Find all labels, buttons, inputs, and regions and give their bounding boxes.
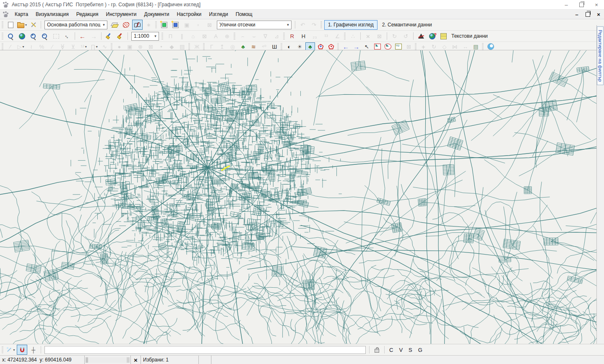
workspace-combo[interactable]: Основна работна площ▾ — [44, 21, 107, 29]
close-button[interactable]: × — [589, 0, 604, 9]
redraw-icon-button[interactable] — [104, 31, 114, 41]
toolbar-grip[interactable] — [188, 43, 190, 50]
open-map-icon-button[interactable]: ▾ — [17, 20, 27, 30]
snap-c-button[interactable]: C — [386, 347, 396, 353]
workspace-tools-icon-button[interactable] — [28, 20, 39, 30]
lock-icon-button[interactable] — [372, 345, 382, 355]
snap-v-button[interactable]: V — [396, 347, 406, 353]
layers-icon-button[interactable] — [109, 20, 120, 30]
rotate-selection-icon-button[interactable]: ↻ — [389, 31, 400, 41]
menu-item-документи[interactable]: Документи — [140, 11, 173, 17]
toolbar-grip[interactable] — [283, 33, 285, 40]
numbered-line-icon-dropdown[interactable]: ▾ — [85, 45, 87, 49]
draw-text-icon-button[interactable]: A — [211, 31, 221, 41]
snap-settings-icon-button[interactable]: ▾ — [5, 345, 16, 355]
globe-help-icon-button[interactable]: ? — [427, 31, 437, 41]
toolbar-grip[interactable] — [2, 21, 3, 29]
world-extent-icon-button[interactable] — [17, 31, 27, 41]
toolbar-grip[interactable] — [2, 43, 3, 50]
menu-item-настройки[interactable]: Настройки — [173, 11, 205, 17]
mdi-restore-button[interactable] — [582, 12, 593, 17]
region-frame-icon-button[interactable]: ▣ — [182, 20, 192, 30]
region-export-icon-button[interactable]: ▫ — [193, 20, 203, 30]
map-canvas[interactable] — [0, 50, 597, 345]
menu-item-карта[interactable]: Карта — [11, 11, 32, 17]
open-map-icon-dropdown[interactable]: ▾ — [25, 23, 27, 27]
draw-rect-icon-button[interactable]: Π — [165, 31, 176, 41]
zoom-window-icon-button[interactable] — [51, 31, 61, 41]
new-raster-region-icon-button[interactable] — [159, 20, 169, 30]
layer-combo[interactable]: Улични отсечки▾ — [217, 21, 292, 29]
toolbar-grip[interactable] — [344, 33, 346, 40]
toolbar-grip[interactable] — [2, 33, 3, 40]
new-vector-region-icon-button[interactable] — [170, 20, 181, 30]
toolbar-grip[interactable] — [234, 33, 235, 40]
cancel-button[interactable]: × — [131, 356, 141, 364]
toolbar-grip[interactable] — [2, 346, 3, 354]
angle-lines-icon-button[interactable]: ∠ — [332, 31, 343, 41]
arc-tangent-icon-button[interactable]: ⌣ — [249, 31, 259, 41]
delete-region-icon-button[interactable]: ⊠ — [374, 31, 385, 41]
menu-item-изгледи[interactable]: Изгледи — [205, 11, 232, 17]
menu-item-редакция[interactable]: Редакция — [73, 11, 102, 17]
direction-icon-dropdown[interactable]: ▾ — [22, 45, 24, 49]
arc-fillet-icon-button[interactable]: ∇ — [260, 31, 271, 41]
toolbar-grip[interactable] — [415, 43, 417, 50]
menu-item-визуализация[interactable]: Визуализация — [32, 11, 73, 17]
draw-point-icon-button[interactable]: ⊕ — [222, 31, 232, 41]
pan-search-icon-button[interactable] — [5, 31, 16, 41]
arc-three-point-icon-button[interactable]: ⌢ — [237, 31, 248, 41]
triangulation-icon-button[interactable] — [416, 31, 426, 41]
redo-icon-button[interactable]: ↷ — [309, 20, 319, 30]
mesh-icon-button[interactable]: ∗ — [143, 20, 154, 30]
tab-graphic-view[interactable]: 1. Графичен изглед — [324, 20, 378, 30]
draw-region-icon-button[interactable]: ⊠ — [199, 31, 210, 41]
toolbar-grip[interactable] — [203, 43, 205, 50]
rotate-text-icon-button[interactable]: ↺ — [401, 31, 411, 41]
toolbar-grip[interactable] — [111, 43, 112, 50]
workspace-combo-arrow-icon[interactable]: ▾ — [101, 23, 107, 27]
reference-line-icon-button[interactable]: R — [287, 31, 297, 41]
delete-icon-button[interactable]: × — [363, 31, 373, 41]
undo-icon-button[interactable]: ↶ — [297, 20, 308, 30]
mdi-close-button[interactable]: × — [593, 11, 604, 18]
zoom-extent-icon-button[interactable]: ↔ — [62, 31, 73, 41]
toolbar-grip[interactable] — [482, 43, 484, 50]
view-back-icon-button[interactable]: ← — [77, 31, 88, 41]
new-document-icon-button[interactable] — [5, 20, 16, 30]
tab-semantic-data[interactable]: 2. Семантични данни — [378, 20, 436, 30]
restore-button[interactable] — [574, 0, 589, 9]
scale-combo-arrow-icon[interactable]: ▾ — [152, 34, 159, 38]
dimension-icon-button[interactable]: ¹³ — [321, 31, 331, 41]
node-path-icon-dropdown[interactable]: ▾ — [96, 45, 98, 49]
toolbar-grip[interactable] — [337, 43, 339, 50]
snap-settings-icon-dropdown[interactable]: ▾ — [13, 348, 15, 352]
toolbar-grip[interactable] — [281, 43, 282, 50]
toolbar-grip[interactable] — [155, 21, 157, 29]
layer-combo-arrow-icon[interactable]: ▾ — [285, 23, 291, 27]
arc-corner-icon-button[interactable]: ⊿ — [271, 31, 282, 41]
numbering-icon-button[interactable]: ₂₃ — [310, 31, 320, 41]
mdi-minimize-button[interactable]: – — [571, 11, 582, 18]
snap-g-button[interactable]: G — [415, 347, 425, 353]
magnet-snap-icon-button[interactable] — [17, 345, 27, 355]
h-polygon-icon-button[interactable]: H — [298, 31, 309, 41]
points-pair-icon-button[interactable]: ∴ — [348, 31, 358, 41]
menu-item-помощ[interactable]: Помощ — [232, 11, 256, 17]
filter-edit-tab[interactable]: Редактиране на филтър — [597, 26, 604, 85]
redraw-all-icon-button[interactable] — [115, 31, 125, 41]
region-delete-icon-button[interactable]: ⊠ — [204, 20, 215, 30]
zoom-in-icon-button[interactable]: + — [28, 31, 39, 41]
toolbar-grip[interactable] — [161, 33, 163, 40]
command-field[interactable] — [44, 346, 366, 354]
draw-parallel-icon-button[interactable]: ∥ — [177, 31, 187, 41]
scale-combo[interactable]: 1:1000▾ — [131, 32, 159, 41]
minimize-button[interactable]: – — [559, 0, 574, 9]
snap-s-button[interactable]: S — [406, 347, 415, 353]
coordinate-entry-icon-button[interactable]: ┼ — [28, 345, 39, 355]
view-forward-icon-button[interactable]: → — [89, 31, 99, 41]
toolbar-grip[interactable] — [320, 21, 322, 29]
split-region-icon-button[interactable] — [132, 20, 143, 30]
draw-polygon-icon-button[interactable]: ⌂ — [188, 31, 198, 41]
menu-item-инструменти[interactable]: Инструменти — [102, 11, 141, 17]
